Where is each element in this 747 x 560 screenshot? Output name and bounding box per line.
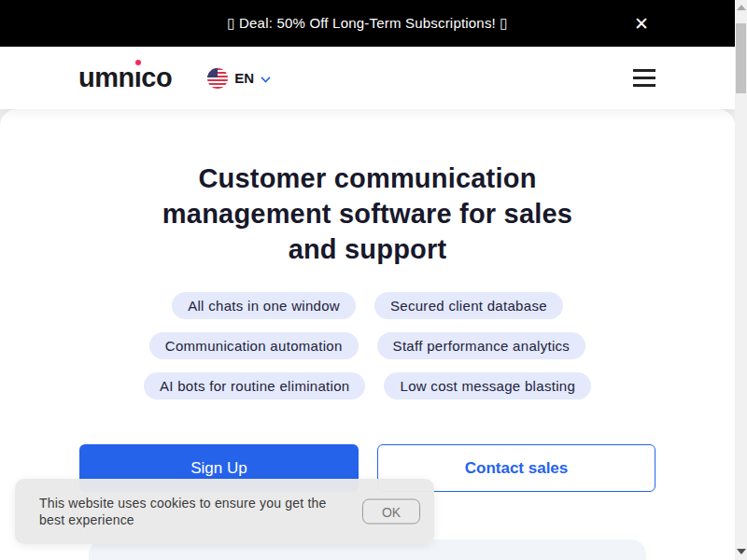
feature-pill-blasting: Low cost message blasting: [384, 372, 591, 399]
close-icon[interactable]: ✕: [630, 11, 653, 36]
hamburger-menu-icon[interactable]: [633, 65, 655, 91]
title-line-1: Customer communication: [198, 163, 536, 193]
feature-pill-ai-bots: AI bots for routine elimination: [144, 372, 366, 399]
pill-row: Communication automation Staff performan…: [149, 332, 585, 359]
feature-pill-all-chats: All chats in one window: [172, 292, 356, 319]
page-content: ▯ Deal: 50% Off Long-Term Subscriptions!…: [0, 0, 735, 560]
feature-pills: All chats in one window Secured client d…: [0, 292, 735, 399]
language-selector[interactable]: EN: [207, 68, 270, 89]
chevron-down-icon: [261, 72, 270, 81]
umnico-logo[interactable]: umnıco: [78, 63, 172, 93]
pill-row: AI bots for routine elimination Low cost…: [144, 372, 591, 399]
promo-banner-text: ▯ Deal: 50% Off Long-Term Subscriptions!…: [227, 15, 508, 32]
logo-text-post: co: [141, 63, 172, 93]
us-flag-icon: [207, 68, 228, 89]
logo-i-dot: ı: [134, 63, 142, 93]
feature-pill-secured-db: Secured client database: [374, 292, 563, 319]
header: umnıco EN: [0, 47, 735, 109]
cookie-ok-button[interactable]: OK: [362, 499, 420, 525]
cookie-banner: This website uses cookies to ensure you …: [15, 479, 434, 544]
feature-pill-automation: Communication automation: [149, 332, 359, 359]
cookie-message: This website uses cookies to ensure you …: [39, 495, 349, 528]
scrollbar-thumb[interactable]: [736, 23, 746, 93]
page: ▯ Deal: 50% Off Long-Term Subscriptions!…: [0, 0, 747, 560]
promo-banner: ▯ Deal: 50% Off Long-Term Subscriptions!…: [0, 0, 735, 47]
page-title: Customer communication management softwa…: [0, 161, 735, 267]
title-line-2: management software for sales: [162, 199, 572, 229]
pill-row: All chats in one window Secured client d…: [172, 292, 563, 319]
logo-text-pre: umn: [78, 63, 134, 93]
scrollbar[interactable]: [735, 0, 747, 560]
scroll-down-arrow-icon[interactable]: [737, 549, 746, 554]
language-label: EN: [234, 70, 254, 86]
feature-pill-analytics: Staff performance analytics: [377, 332, 586, 359]
scroll-up-arrow-icon[interactable]: [737, 5, 746, 10]
title-line-3: and support: [289, 234, 447, 264]
